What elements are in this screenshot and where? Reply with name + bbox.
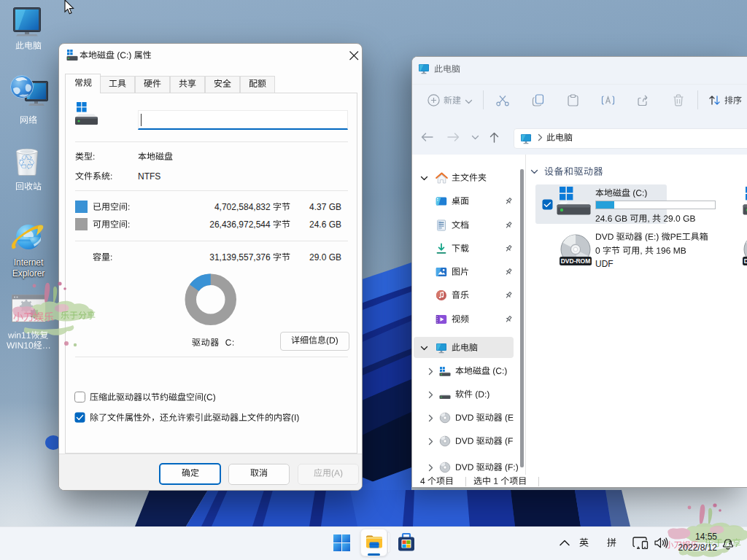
svg-text:DVD-ROM: DVD-ROM [744, 257, 747, 265]
svg-text:DVD-ROM: DVD-ROM [561, 257, 591, 265]
